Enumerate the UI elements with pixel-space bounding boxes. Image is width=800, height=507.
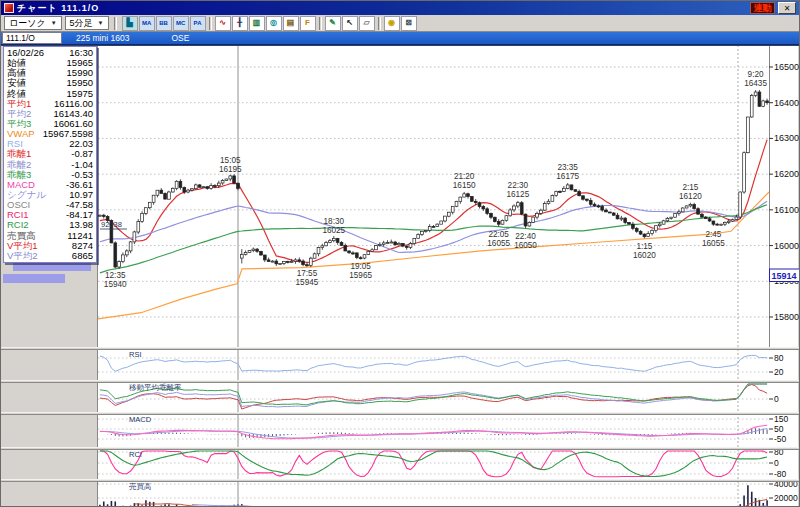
timeframe-dropdown[interactable]: 5分足 ▼ — [65, 16, 109, 30]
svg-text:2:15: 2:15 — [682, 183, 698, 192]
data-row-label: V平均2 — [7, 251, 38, 261]
chart-type-dropdown[interactable]: ローソク ▼ — [4, 16, 62, 30]
timeframe-label: 5分足 — [70, 17, 93, 30]
toolbar-icons: ▙MABBMCPA∿╂▥◎▤F✎↖▱◉⊠ — [122, 16, 417, 31]
eraser-icon[interactable]: ▱ — [359, 16, 375, 31]
svg-text:80: 80 — [774, 353, 784, 363]
chart-app-window: { "window": { "title": "チャート 111.1/O", "… — [0, 0, 800, 507]
svg-text:移動平均乖離率: 移動平均乖離率 — [129, 383, 182, 392]
tab-bar: 111.1/O 225 mini 1603 OSE — [1, 32, 799, 45]
svg-text:20000: 20000 — [774, 493, 798, 503]
svg-text:売買高: 売買高 — [129, 482, 152, 491]
svg-text:16050: 16050 — [514, 241, 537, 250]
cancel-icon[interactable]: ⊠ — [401, 16, 417, 31]
svg-text:19:05: 19:05 — [350, 262, 371, 271]
svg-text:1:15: 1:15 — [636, 242, 652, 251]
svg-text:21:20: 21:20 — [454, 172, 475, 181]
bar-chart-icon[interactable]: ▥ — [249, 16, 265, 31]
svg-text:15800: 15800 — [774, 312, 799, 322]
svg-text:15914: 15914 — [771, 271, 796, 281]
svg-text:15:05: 15:05 — [220, 156, 241, 165]
svg-text:16125: 16125 — [506, 190, 529, 199]
bb-indicator-icon[interactable]: BB — [156, 16, 172, 31]
svg-text:16100: 16100 — [774, 205, 799, 215]
data-row: V平均26865 — [4, 251, 96, 261]
data-row: RCI213.98 — [4, 220, 96, 230]
title-bar: チャート 111.1/O 連動 ✕ — [1, 1, 799, 15]
svg-text:-80: -80 — [774, 469, 787, 479]
svg-text:RCI: RCI — [129, 450, 142, 459]
svg-text:16025: 16025 — [322, 226, 345, 235]
ma-indicator-icon[interactable]: MA — [139, 16, 155, 31]
svg-text:22:30: 22:30 — [508, 181, 529, 190]
svg-text:16400: 16400 — [774, 98, 799, 108]
toolbar: ローソク ▼ 5分足 ▼ ▙MABBMCPA∿╂▥◎▤F✎↖▱◉⊠ — [1, 15, 799, 32]
svg-text:16500: 16500 — [774, 62, 799, 72]
svg-text:50: 50 — [774, 424, 784, 434]
cursor-icon[interactable]: ↖ — [342, 16, 358, 31]
svg-text:0: 0 — [774, 394, 779, 404]
mc-indicator-icon[interactable]: MC — [173, 16, 189, 31]
toolbar-separator — [114, 17, 117, 30]
svg-text:15945: 15945 — [296, 278, 319, 287]
svg-text:16150: 16150 — [453, 181, 476, 190]
svg-text:16120: 16120 — [679, 192, 702, 201]
pa-indicator-icon[interactable]: PA — [190, 16, 206, 31]
toolbar-separator — [378, 17, 381, 30]
svg-text:16020: 16020 — [633, 251, 656, 260]
exchange-label: OSE — [171, 33, 189, 43]
svg-text:16200: 16200 — [774, 169, 799, 179]
svg-text:17:55: 17:55 — [297, 269, 318, 278]
svg-text:22:05: 22:05 — [488, 230, 509, 239]
svg-text:92038: 92038 — [101, 220, 122, 229]
svg-text:MACD: MACD — [129, 415, 152, 424]
link-toggle-button[interactable]: 連動 — [750, 2, 775, 14]
svg-text:150: 150 — [774, 414, 788, 424]
svg-text:-50: -50 — [774, 434, 787, 444]
svg-text:23:35: 23:35 — [557, 163, 578, 172]
svg-text:16055: 16055 — [487, 239, 510, 248]
toolbar-separator — [209, 17, 212, 30]
close-icon[interactable]: ✕ — [778, 2, 796, 14]
svg-text:16195: 16195 — [219, 165, 242, 174]
app-icon — [4, 3, 14, 13]
chart-type-label: ローソク — [9, 17, 46, 30]
svg-text:15965: 15965 — [349, 271, 372, 280]
svg-text:16175: 16175 — [556, 172, 579, 181]
line-chart-icon[interactable]: ∿ — [215, 16, 231, 31]
chevron-down-icon: ▼ — [98, 20, 104, 26]
tab-symbol[interactable]: 111.1/O — [2, 32, 62, 44]
svg-text:15940: 15940 — [104, 280, 127, 289]
svg-text:9:20: 9:20 — [748, 70, 764, 79]
chart-canvas[interactable]: 1650016400163001620016100160001590015800… — [1, 1, 800, 507]
svg-text:16000: 16000 — [774, 241, 799, 251]
data-row-value: 6865 — [72, 251, 93, 261]
candle-chart-icon[interactable]: ╂ — [232, 16, 248, 31]
format-icon[interactable]: F — [300, 16, 316, 31]
svg-text:16300: 16300 — [774, 133, 799, 143]
chart-style-icon[interactable]: ▙ — [122, 16, 138, 31]
quote-data-panel: 16/02/2616:30始値15965高値15990安値15950終値1597… — [3, 46, 97, 263]
svg-text:18:30: 18:30 — [324, 217, 345, 226]
svg-text:0: 0 — [774, 458, 779, 468]
svg-text:22:40: 22:40 — [515, 232, 536, 241]
search-icon[interactable]: ◉ — [384, 16, 400, 31]
data-row-value: 13.98 — [69, 220, 93, 230]
settings-icon[interactable]: ▤ — [283, 16, 299, 31]
svg-text:RSI: RSI — [129, 350, 142, 359]
svg-text:16435: 16435 — [744, 79, 767, 88]
data-row-label: RCI2 — [7, 220, 29, 230]
chevron-down-icon: ▼ — [51, 20, 57, 26]
svg-text:2:45: 2:45 — [705, 230, 721, 239]
instrument-label: 225 mini 1603 — [76, 33, 129, 43]
zoom-chart-icon[interactable]: ◎ — [266, 16, 282, 31]
draw-line-icon[interactable]: ✎ — [325, 16, 341, 31]
svg-text:12:35: 12:35 — [105, 271, 126, 280]
toolbar-separator — [319, 17, 322, 30]
window-title: チャート 111.1/O — [17, 2, 99, 15]
svg-text:20: 20 — [774, 367, 784, 377]
svg-text:16055: 16055 — [702, 239, 725, 248]
